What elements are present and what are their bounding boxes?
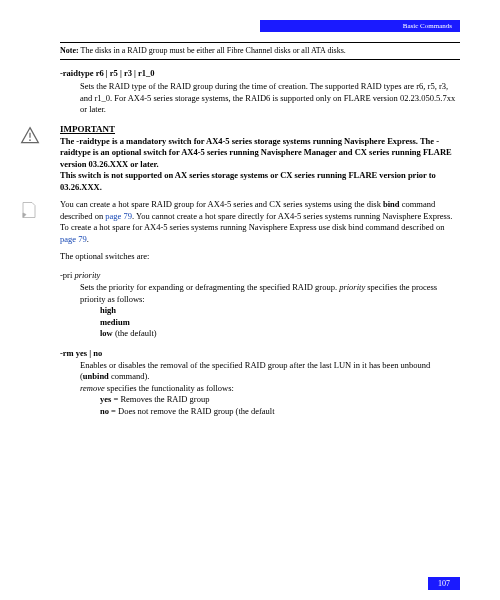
pri-switch: -pri priority [60,270,460,280]
note-icon [20,201,40,221]
pri-desc: Sets the priority for expanding or defra… [80,282,460,339]
page-number: 107 [428,577,460,590]
important-text: The -raidtype is a mandatory switch for … [60,136,460,193]
rm-desc-bold: unbind [83,371,109,381]
header-section-bar: Basic Commands [260,20,460,32]
warning-icon [20,126,40,148]
rm-value-yes-note: = Removes the RAID group [111,394,209,404]
optional-intro: The optional switches are: [60,251,460,262]
rm-desc: Enables or disables the removal of the s… [80,360,460,417]
note-text: The disks in a RAID group must be either… [81,46,346,55]
rm-name: -rm yes | no [60,348,102,358]
svg-point-1 [29,139,31,141]
callout-block: You can create a hot spare RAID group fo… [20,199,460,245]
pri-desc-arg: priority [339,282,365,292]
rm-desc-post: specifies the functionality as follows: [105,383,234,393]
callout-pre: You can create a hot spare RAID group fo… [60,199,383,209]
pri-arg: priority [74,270,100,280]
pri-desc-pre: Sets the priority for expanding or defra… [80,282,339,292]
page-link[interactable]: page 79 [105,211,132,221]
page: Basic Commands Note: The disks in a RAID… [0,0,500,600]
rm-value-no-note: = Does not remove the RAID group (the de… [109,406,275,416]
note-label: Note: [60,46,79,55]
raidtype-heading: -raidtype r6 | r5 | r3 | r1_0 [60,68,460,78]
page-link[interactable]: page 79 [60,234,87,244]
rm-desc-arg: remove [80,383,105,393]
rm-switch: -rm yes | no [60,348,460,358]
pri-value-high: high [100,305,116,315]
note-block: Note: The disks in a RAID group must be … [60,42,460,60]
callout-post: . [87,234,89,244]
pri-value-low: low [100,328,113,338]
rm-value-yes: yes [100,394,111,404]
callout-text: You can create a hot spare RAID group fo… [60,199,460,245]
pri-value-medium: medium [100,317,130,327]
callout-bold: bind [383,199,400,209]
raidtype-body: Sets the RAID type of the RAID group dur… [80,81,460,115]
pri-name: -pri [60,270,72,280]
important-label: IMPORTANT [60,124,460,134]
rm-value-no: no [100,406,109,416]
important-block: IMPORTANT The -raidtype is a mandatory s… [20,124,460,193]
pri-value-low-note: (the default) [113,328,157,338]
rm-desc-mid: command). [109,371,150,381]
